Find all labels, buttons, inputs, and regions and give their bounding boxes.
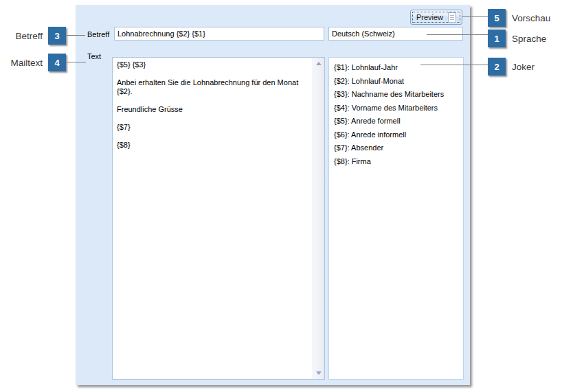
joker-item: {$3}: Nachname des Mitarbeiters [334, 88, 460, 102]
connector-line-betreff [67, 35, 85, 36]
text-field-label: Text [87, 52, 101, 60]
joker-item: {$4}: Vorname des Mitarbeiters [334, 102, 460, 115]
callout-sprache-number: 1 [488, 30, 506, 47]
language-field[interactable] [328, 27, 463, 41]
callout-vorschau: 5 Vorschau [488, 9, 550, 27]
joker-item: {$5}: Anrede formell [334, 115, 460, 128]
joker-item: {$7}: Absender [334, 141, 460, 155]
scroll-up-icon[interactable] [316, 62, 322, 65]
joker-item: {$8}: Firma [334, 155, 460, 169]
callout-mailtext-label: Mailtext [10, 58, 43, 68]
vertical-scrollbar[interactable] [313, 58, 324, 379]
callout-betreff-label: Betreff [15, 31, 43, 41]
preview-page-icon [448, 12, 456, 23]
joker-list-panel: {$1}: Lohnlauf-Jahr {$2}: Lohnlauf-Monat… [328, 57, 464, 380]
connector-line-mailtext [67, 62, 86, 62]
callout-betreff-number: 3 [48, 27, 66, 45]
callout-sprache: 1 Sprache [488, 30, 546, 47]
preview-button[interactable]: Preview [410, 10, 462, 25]
callout-vorschau-number: 5 [488, 9, 506, 27]
callout-mailtext-number: 4 [48, 54, 66, 71]
callout-betreff: Betreff 3 [0, 27, 66, 45]
betreff-field-label: Betreff [87, 30, 109, 38]
mail-text-input[interactable]: {$5} {$3} Anbei erhalten Sie die Lohnabr… [113, 58, 313, 379]
joker-item: {$2}: Lohnlauf-Monat [334, 75, 460, 89]
callout-mailtext: Mailtext 4 [0, 54, 66, 71]
callout-joker-label: Joker [512, 62, 535, 72]
connector-line-sprache [427, 34, 488, 35]
callout-sprache-label: Sprache [512, 34, 546, 44]
scroll-down-icon[interactable] [316, 371, 322, 375]
callout-joker-number: 2 [488, 58, 506, 76]
mail-template-panel: Preview Betreff Text {$5} {$3} Anbei erh… [76, 5, 470, 385]
mail-text-box: {$5} {$3} Anbei erhalten Sie die Lohnabr… [112, 57, 325, 380]
joker-item: {$1}: Lohnlauf-Jahr [334, 61, 460, 75]
joker-item: {$6}: Anrede informell [334, 128, 460, 142]
betreff-input[interactable] [114, 27, 324, 41]
connector-line-vorschau [462, 16, 488, 17]
screenshot-root: Preview Betreff Text {$5} {$3} Anbei erh… [0, 0, 562, 392]
callout-vorschau-label: Vorschau [512, 13, 550, 23]
connector-line-joker [420, 65, 488, 65]
preview-button-label: Preview [416, 13, 443, 21]
callout-joker: 2 Joker [488, 58, 535, 76]
